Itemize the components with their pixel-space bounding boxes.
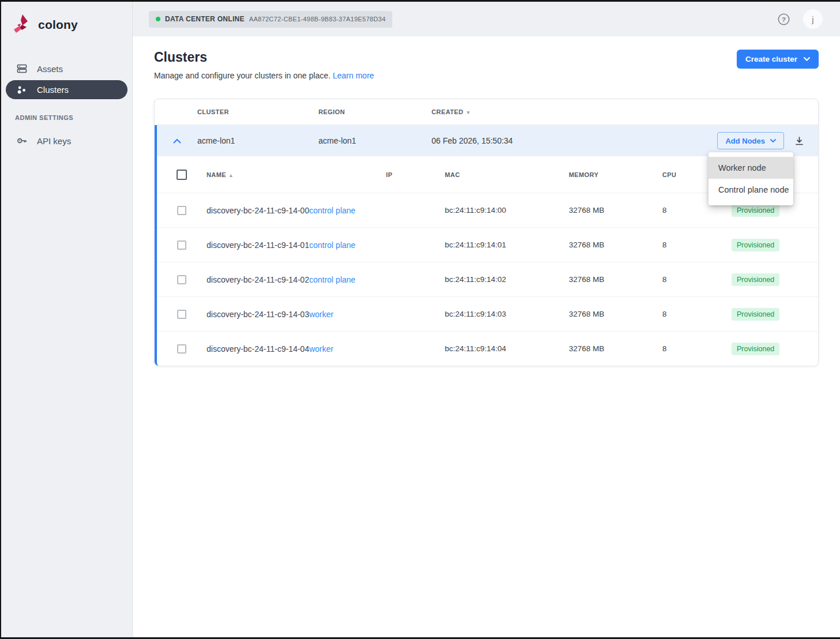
create-cluster-button[interactable]: Create cluster	[737, 50, 819, 69]
user-avatar[interactable]: j	[803, 9, 823, 29]
status-badge: Provisioned	[732, 343, 779, 355]
status-badge: Provisioned	[732, 204, 779, 217]
node-status-cell: Provisioned	[732, 204, 818, 217]
app-window: colony Assets	[0, 0, 840, 639]
main-content: Clusters Manage and configure your clust…	[133, 36, 840, 637]
column-header-mac[interactable]: MAC	[445, 171, 569, 178]
sidebar: colony Assets	[1, 2, 133, 637]
node-cpu: 8	[662, 344, 732, 353]
sidebar-item-api-keys[interactable]: API keys	[1, 130, 132, 151]
content-column: DATA CENTER ONLINE AA872C72-CBE1-498B-9B…	[133, 2, 840, 637]
node-name: discovery-bc-24-11-c9-14-01	[207, 240, 309, 250]
node-cpu: 8	[662, 310, 732, 318]
node-name-cell: discovery-bc-24-11-c9-14-00control plane	[207, 205, 386, 216]
node-cpu: 8	[662, 206, 732, 215]
download-icon[interactable]	[794, 136, 804, 146]
node-role-link[interactable]: control plane	[309, 240, 355, 250]
colony-logo-icon	[10, 12, 32, 37]
node-name-cell: discovery-bc-24-11-c9-14-02control plane	[207, 275, 386, 285]
node-mac: bc:24:11:c9:14:03	[445, 310, 569, 318]
node-status-cell: Provisioned	[732, 273, 818, 286]
brand[interactable]: colony	[1, 2, 132, 37]
node-cpu: 8	[662, 275, 732, 284]
node-role-link[interactable]: worker	[309, 344, 333, 354]
node-memory: 32768 MB	[569, 275, 662, 284]
key-icon	[16, 135, 28, 146]
node-status-cell: Provisioned	[732, 308, 818, 321]
node-row: discovery-bc-24-11-c9-14-01control plane…	[157, 227, 818, 262]
column-header-created[interactable]: CREATED▾	[432, 108, 818, 115]
node-name: discovery-bc-24-11-c9-14-00	[207, 206, 309, 215]
column-header-cluster[interactable]: CLUSTER	[197, 108, 318, 115]
select-all-checkbox[interactable]	[177, 170, 187, 180]
node-name: discovery-bc-24-11-c9-14-03	[207, 310, 309, 319]
node-name-cell: discovery-bc-24-11-c9-14-04worker	[207, 344, 386, 354]
datacenter-status-badge: DATA CENTER ONLINE AA872C72-CBE1-498B-9B…	[149, 11, 392, 28]
chevron-down-icon	[804, 57, 810, 61]
node-row: discovery-bc-24-11-c9-14-02control plane…	[157, 262, 818, 296]
column-header-name[interactable]: NAME▴	[207, 171, 386, 178]
node-mac: bc:24:11:c9:14:02	[445, 275, 569, 284]
cluster-row-actions: Add Nodes	[717, 132, 818, 149]
node-row: discovery-bc-24-11-c9-14-04workerbc:24:1…	[157, 331, 818, 366]
row-checkbox[interactable]	[177, 344, 186, 354]
topbar: DATA CENTER ONLINE AA872C72-CBE1-498B-9B…	[133, 2, 840, 36]
clusters-table-card: CLUSTER REGION CREATED▾ acme-lon1 acme-l…	[154, 99, 819, 366]
page-subtitle: Manage and configure your clusters in on…	[154, 71, 819, 80]
node-status-cell: Provisioned	[732, 343, 818, 355]
node-mac: bc:24:11:c9:14:00	[445, 206, 569, 215]
cluster-dots-icon	[16, 84, 28, 96]
sidebar-item-clusters[interactable]: Clusters	[6, 80, 127, 99]
node-row: discovery-bc-24-11-c9-14-03workerbc:24:1…	[157, 296, 818, 331]
node-role-link[interactable]: worker	[309, 310, 333, 319]
cluster-name: acme-lon1	[197, 136, 318, 145]
row-checkbox[interactable]	[177, 310, 186, 319]
row-checkbox[interactable]	[177, 275, 186, 284]
datacenter-uuid: AA872C72-CBE1-498B-9B83-37A19E578D34	[249, 16, 385, 22]
sidebar-item-label: Assets	[37, 64, 63, 74]
column-header-ip[interactable]: IP	[386, 171, 445, 178]
sidebar-item-assets[interactable]: Assets	[1, 58, 132, 79]
nodes-table-body: discovery-bc-24-11-c9-14-00control plane…	[157, 193, 818, 366]
add-nodes-menu: Worker nodeControl plane node	[708, 152, 793, 205]
node-role-link[interactable]: control plane	[309, 206, 355, 215]
sidebar-nav: Assets Clusters	[1, 58, 132, 99]
help-icon[interactable]: ?	[778, 13, 790, 25]
sidebar-item-label: Clusters	[37, 85, 69, 95]
node-name-cell: discovery-bc-24-11-c9-14-03worker	[207, 309, 386, 320]
status-badge: Provisioned	[732, 308, 779, 321]
servers-icon	[16, 63, 28, 74]
node-cpu: 8	[662, 240, 732, 249]
node-mac: bc:24:11:c9:14:01	[445, 240, 569, 249]
node-memory: 32768 MB	[569, 310, 662, 318]
clusters-table-header: CLUSTER REGION CREATED▾	[155, 99, 818, 125]
node-status-cell: Provisioned	[732, 239, 818, 251]
admin-settings-section-label: ADMIN SETTINGS	[15, 114, 132, 121]
sort-desc-icon: ▾	[467, 110, 470, 115]
datacenter-status-label: DATA CENTER ONLINE	[165, 15, 245, 23]
menu-item-worker-node[interactable]: Worker node	[708, 157, 793, 179]
chevron-down-icon	[770, 139, 776, 142]
add-nodes-button[interactable]: Add Nodes	[717, 132, 784, 149]
page-title: Clusters	[154, 50, 819, 65]
chevron-up-icon[interactable]	[173, 138, 181, 144]
node-memory: 32768 MB	[569, 240, 662, 249]
node-name-cell: discovery-bc-24-11-c9-14-01control plane	[207, 240, 386, 250]
cluster-row[interactable]: acme-lon1 acme-lon1 06 Feb 2026, 15:50:3…	[157, 125, 818, 156]
status-badge: Provisioned	[732, 273, 779, 286]
column-header-region[interactable]: REGION	[318, 108, 432, 115]
row-checkbox[interactable]	[177, 240, 186, 250]
cluster-created: 06 Feb 2026, 15:50:34	[432, 136, 717, 145]
node-name: discovery-bc-24-11-c9-14-04	[207, 344, 309, 354]
page-header: Clusters Manage and configure your clust…	[154, 36, 819, 80]
column-header-memory[interactable]: MEMORY	[569, 171, 662, 178]
topbar-right: ? j	[778, 9, 823, 29]
brand-name: colony	[38, 18, 78, 32]
row-checkbox[interactable]	[177, 206, 186, 215]
online-status-dot	[156, 17, 160, 21]
node-role-link[interactable]: control plane	[309, 275, 355, 284]
menu-item-control-plane-node[interactable]: Control plane node	[708, 179, 793, 201]
svg-text:?: ?	[782, 16, 786, 22]
cluster-region: acme-lon1	[318, 136, 432, 145]
learn-more-link[interactable]: Learn more	[333, 71, 374, 80]
